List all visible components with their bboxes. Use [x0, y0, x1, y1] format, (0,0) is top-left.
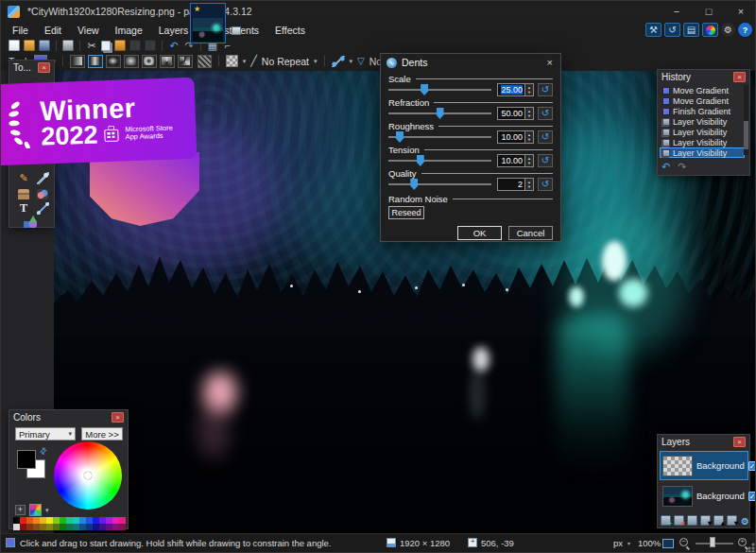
close-icon[interactable]: × — [733, 72, 746, 82]
move-up-icon[interactable]: ▴ — [713, 515, 724, 526]
value-input[interactable]: 2 — [497, 178, 525, 191]
gradient-type-spiral[interactable] — [178, 55, 193, 68]
gradient-type-linear[interactable] — [70, 55, 85, 68]
spin-down-icon[interactable]: ▼ — [527, 113, 531, 118]
palette-swatch[interactable] — [40, 524, 46, 530]
line-style-icon[interactable]: ╱ — [250, 55, 257, 67]
reset-button[interactable]: ↺ — [538, 178, 553, 191]
undo-icon[interactable]: ↶ — [662, 161, 670, 173]
value-input[interactable]: 50.00 — [497, 107, 525, 120]
layer-visible-checkbox[interactable]: ✓ — [748, 492, 756, 501]
slider-track[interactable] — [388, 154, 491, 167]
undo-icon[interactable]: ↶ — [168, 40, 180, 51]
reset-button[interactable]: ↺ — [538, 107, 553, 120]
palette-swatch[interactable] — [26, 524, 33, 530]
gradient-type-linear-reflected[interactable] — [88, 55, 103, 68]
menu-item-image[interactable]: Image — [115, 25, 143, 36]
palette-swatch[interactable] — [26, 517, 33, 524]
value-input[interactable]: 10.00 — [497, 154, 525, 167]
gradient-type-radial-reflected[interactable] — [142, 55, 157, 68]
reset-button[interactable]: ↺ — [538, 154, 553, 167]
primary-color-swatch[interactable] — [17, 450, 36, 469]
palette-swatch[interactable] — [119, 524, 126, 530]
slider-track[interactable] — [388, 178, 491, 191]
close-button[interactable]: × — [725, 1, 756, 22]
history-item[interactable]: Layer Visibility — [660, 147, 745, 158]
recolor-tool[interactable] — [35, 187, 50, 201]
value-input[interactable]: 25.00 — [497, 83, 525, 96]
chevron-down-icon[interactable]: ▾ — [314, 58, 318, 65]
reseed-button[interactable]: Reseed — [388, 206, 424, 219]
help-icon[interactable]: ? — [738, 23, 752, 37]
chevron-down-icon[interactable]: ▾ — [45, 507, 49, 514]
slider-thumb[interactable] — [396, 131, 404, 143]
palette-swatch[interactable] — [93, 524, 99, 530]
close-icon[interactable]: × — [545, 57, 555, 68]
layer-row[interactable]: Background✓ — [660, 481, 748, 510]
zoom-out-icon[interactable]: − — [679, 538, 688, 546]
print-icon[interactable] — [62, 40, 74, 51]
palette-swatch[interactable] — [60, 517, 66, 524]
menu-item-effects[interactable]: Effects — [275, 25, 305, 36]
resize-grip-icon[interactable] — [746, 543, 755, 552]
close-icon[interactable]: × — [112, 412, 124, 423]
shapes-tool[interactable] — [23, 215, 38, 229]
menu-item-view[interactable]: View — [77, 25, 99, 36]
palette-swatch[interactable] — [73, 524, 79, 530]
chevron-down-icon[interactable]: ▾ — [350, 58, 353, 65]
image-tab[interactable]: ★ — [190, 3, 226, 43]
color-wheel[interactable] — [54, 441, 122, 510]
palette-swatch[interactable] — [46, 517, 53, 524]
palette-swatch[interactable] — [66, 524, 73, 530]
palette-swatch[interactable] — [53, 524, 60, 530]
palette-swatch[interactable] — [99, 517, 106, 524]
color-palette[interactable] — [13, 517, 126, 530]
color-picker-tool[interactable] — [35, 171, 50, 185]
reset-button[interactable]: ↺ — [538, 83, 553, 96]
palette-swatch[interactable] — [112, 524, 119, 530]
history-window-icon[interactable]: ↺ — [664, 23, 680, 37]
add-color-button[interactable]: + — [15, 505, 26, 515]
duplicate-layer-icon[interactable] — [687, 515, 697, 526]
palette-swatch[interactable] — [20, 517, 26, 524]
close-icon[interactable]: × — [733, 437, 746, 447]
ok-button[interactable]: OK — [457, 226, 502, 240]
cancel-button[interactable]: Cancel — [508, 226, 553, 240]
paste-icon[interactable] — [114, 40, 126, 51]
menu-item-file[interactable]: File — [12, 25, 28, 36]
spinner[interactable]: ▲▼ — [525, 107, 534, 120]
layer-visible-checkbox[interactable]: ✓ — [748, 461, 756, 471]
spin-down-icon[interactable]: ▼ — [527, 90, 531, 95]
minimize-button[interactable]: − — [661, 1, 693, 22]
unit-dropdown[interactable]: px — [613, 538, 623, 548]
history-item[interactable]: Finish Gradient — [660, 106, 745, 116]
delete-layer-icon[interactable]: × — [674, 515, 684, 526]
layer-row[interactable]: Background✓ — [660, 451, 748, 480]
palette-swatch[interactable] — [73, 517, 79, 524]
spinner[interactable]: ▲▼ — [525, 178, 534, 191]
close-icon[interactable]: × — [38, 62, 50, 73]
slider-track[interactable] — [388, 83, 491, 96]
palette-swatch[interactable] — [66, 517, 73, 524]
crop-to-selection-icon[interactable] — [129, 40, 141, 51]
add-layer-icon[interactable]: + — [661, 515, 671, 526]
palette-menu-button[interactable] — [29, 504, 42, 516]
gradient-type-radial[interactable] — [124, 55, 139, 68]
palette-swatch[interactable] — [79, 524, 86, 530]
copy-icon[interactable] — [101, 41, 111, 51]
palette-swatch[interactable] — [93, 517, 99, 524]
palette-swatch[interactable] — [119, 517, 126, 524]
history-item[interactable]: Move Gradient — [660, 85, 745, 95]
spin-down-icon[interactable]: ▼ — [527, 184, 531, 189]
repeat-mode-dropdown[interactable]: No Repeat — [262, 56, 309, 67]
slider-track[interactable] — [388, 107, 491, 120]
spinner[interactable]: ▲▼ — [525, 83, 534, 96]
pencil-tool[interactable]: ✎ — [16, 171, 31, 185]
zoom-level-value[interactable]: 100% — [638, 538, 661, 548]
more-button[interactable]: More >> — [81, 427, 123, 441]
gradient-mapping-button[interactable] — [198, 55, 212, 68]
history-item[interactable]: Layer Visibility — [660, 137, 745, 147]
palette-swatch[interactable] — [99, 524, 106, 530]
reset-button[interactable]: ↺ — [538, 130, 553, 144]
menu-item-layers[interactable]: Layers — [159, 25, 189, 36]
